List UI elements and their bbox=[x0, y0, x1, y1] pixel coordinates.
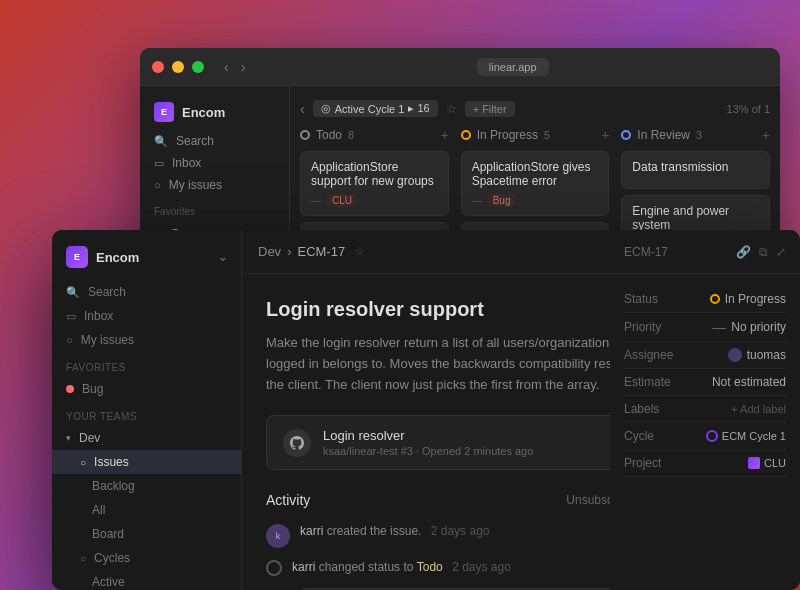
bg-favorites-section: Favorites bbox=[140, 196, 289, 221]
minimize-button[interactable] bbox=[172, 61, 184, 73]
bg-inreview-card-1-title: Data transmission bbox=[632, 160, 759, 174]
inbox-icon: ▭ bbox=[154, 157, 164, 170]
inreview-status-icon bbox=[621, 130, 631, 140]
fg-favorites-section: Favorites bbox=[52, 352, 241, 377]
copy-icon[interactable]: ⧉ bbox=[759, 245, 768, 259]
fg-activity-action-2: changed status to bbox=[319, 560, 417, 574]
fg-cycles-item[interactable]: ○ Cycles bbox=[52, 546, 241, 570]
add-todo-icon[interactable]: + bbox=[440, 127, 448, 143]
url-bar[interactable]: linear.app bbox=[477, 58, 549, 76]
fg-backlog-item[interactable]: Backlog bbox=[52, 474, 241, 498]
fg-assignee-label: Assignee bbox=[624, 348, 673, 362]
fg-github-info: Login resolver ksaa/linear-test #3 · Ope… bbox=[323, 428, 622, 457]
bg-todo-card-1[interactable]: ApplicationStore support for new groups … bbox=[300, 151, 449, 216]
add-inreview-icon[interactable]: + bbox=[762, 127, 770, 143]
fg-activity-time-1: 2 days ago bbox=[431, 524, 490, 538]
add-inprogress-icon[interactable]: + bbox=[601, 127, 609, 143]
bg-inprogress-card-1[interactable]: ApplicationStore gives Spacetime error —… bbox=[461, 151, 610, 216]
fg-assignee-text: tuomas bbox=[747, 348, 786, 362]
fg-myissues-item[interactable]: ○ My issues bbox=[52, 328, 241, 352]
bg-inprogress-card-1-footer: — Bug bbox=[472, 194, 599, 207]
fg-activity-avatar-1: k bbox=[266, 524, 290, 548]
fg-project-row: Project CLU bbox=[624, 450, 786, 477]
bg-cycle-badge[interactable]: ◎ Active Cycle 1 ▸ 16 bbox=[313, 100, 438, 117]
fg-activity-text-2: karri changed status to Todo 2 days ago bbox=[292, 560, 511, 574]
assignee-avatar bbox=[728, 348, 742, 362]
chevron-down-icon[interactable]: ⌄ bbox=[218, 251, 227, 264]
fg-detail-icons: 🔗 ⧉ ⤢ bbox=[736, 245, 786, 259]
breadcrumb-star-icon[interactable]: ☆ bbox=[355, 245, 365, 258]
foreground-window: E Encom ⌄ 🔍 Search ▭ Inbox ○ My issues F… bbox=[52, 230, 800, 590]
fg-estimate-text: Not estimated bbox=[712, 375, 786, 389]
back-button[interactable]: ‹ bbox=[220, 57, 233, 77]
bg-myissues-item[interactable]: ○ My issues bbox=[140, 174, 289, 196]
fg-status-change-icon bbox=[266, 560, 282, 576]
bg-filter-button[interactable]: + Filter bbox=[465, 101, 515, 117]
minus-icon: — bbox=[311, 195, 321, 206]
maximize-button[interactable] bbox=[192, 61, 204, 73]
fg-cycle-value[interactable]: ECM Cycle 1 bbox=[706, 430, 786, 442]
fg-cycle-text: ECM Cycle 1 bbox=[722, 430, 786, 442]
fg-all-item[interactable]: All bbox=[52, 498, 241, 522]
breadcrumb-separator-icon: › bbox=[287, 244, 291, 259]
fg-active-cycle-item[interactable]: Active bbox=[52, 570, 241, 590]
fg-detail-body: Status In Progress Priority — No priorit… bbox=[610, 274, 800, 489]
fg-labels-row: Labels + Add label bbox=[624, 396, 786, 423]
bg-todo-card-1-title: ApplicationStore support for new groups bbox=[311, 160, 438, 188]
bg-todo-card-1-footer: — CLU bbox=[311, 194, 438, 207]
fg-assignee-value[interactable]: tuomas bbox=[728, 348, 786, 362]
inprogress-status-icon bbox=[461, 130, 471, 140]
fg-project-label: Project bbox=[624, 456, 661, 470]
star-icon[interactable]: ☆ bbox=[446, 102, 457, 116]
bg-back-icon[interactable]: ‹ bbox=[300, 101, 305, 117]
bg-inbox-item[interactable]: ▭ Inbox bbox=[140, 152, 289, 174]
fg-inbox-item[interactable]: ▭ Inbox bbox=[52, 304, 241, 328]
todo-status-icon bbox=[300, 130, 310, 140]
fg-cycle-label: Cycle bbox=[624, 429, 654, 443]
fg-activity-user-2: karri bbox=[292, 560, 315, 574]
bg-search-label: Search bbox=[176, 134, 214, 148]
fg-backlog-label: Backlog bbox=[92, 479, 135, 493]
project-logo-icon bbox=[748, 457, 760, 469]
bg-inprogress-card-1-title: ApplicationStore gives Spacetime error bbox=[472, 160, 599, 188]
link-icon[interactable]: 🔗 bbox=[736, 245, 751, 259]
bg-search-item[interactable]: 🔍 Search bbox=[140, 130, 289, 152]
bg-cycle-count: ▸ 16 bbox=[408, 102, 429, 115]
fg-priority-value[interactable]: — No priority bbox=[712, 319, 786, 335]
fg-priority-row: Priority — No priority bbox=[624, 313, 786, 342]
bg-inreview-card-1[interactable]: Data transmission bbox=[621, 151, 770, 189]
titlebar-center: linear.app bbox=[257, 58, 768, 76]
fg-board-label: Board bbox=[92, 527, 124, 541]
bg-inprogress-label: In Progress bbox=[477, 128, 538, 142]
fg-bug-item[interactable]: Bug bbox=[52, 377, 241, 401]
bg-inprogress-count: 5 bbox=[544, 129, 550, 141]
bg-inreview-card-2-title: Engine and power system bbox=[632, 204, 759, 232]
close-button[interactable] bbox=[152, 61, 164, 73]
fg-activity-status-2: Todo bbox=[417, 560, 443, 574]
fg-detail-topbar: ECM-17 🔗 ⧉ ⤢ bbox=[610, 230, 800, 274]
cycles-icon: ○ bbox=[80, 553, 86, 564]
fg-status-text: In Progress bbox=[725, 292, 786, 306]
forward-button[interactable]: › bbox=[237, 57, 250, 77]
fg-issues-item[interactable]: ○ Issues bbox=[52, 450, 241, 474]
fg-board-item[interactable]: Board bbox=[52, 522, 241, 546]
bg-team-header: E Encom bbox=[140, 98, 289, 130]
fg-dev-team-item[interactable]: ▾ Dev bbox=[52, 426, 241, 450]
status-in-progress-icon bbox=[710, 294, 720, 304]
github-icon bbox=[283, 429, 311, 457]
fg-search-item[interactable]: 🔍 Search bbox=[52, 280, 241, 304]
fg-project-value[interactable]: CLU bbox=[748, 457, 786, 469]
fg-team-header: E Encom ⌄ bbox=[52, 242, 241, 280]
fg-breadcrumb-team[interactable]: Dev bbox=[258, 244, 281, 259]
fg-activity-action-1: created the issue. bbox=[327, 524, 422, 538]
chevron-down-small-icon: ▾ bbox=[66, 433, 71, 443]
minus-ip-icon: — bbox=[472, 195, 482, 206]
priority-no-icon: — bbox=[712, 319, 726, 335]
fg-estimate-row: Estimate Not estimated bbox=[624, 369, 786, 396]
bg-inprogress-card-1-tag: Bug bbox=[488, 194, 516, 207]
expand-icon[interactable]: ⤢ bbox=[776, 245, 786, 259]
fg-activity-time-2: 2 days ago bbox=[452, 560, 511, 574]
fg-estimate-value[interactable]: Not estimated bbox=[712, 375, 786, 389]
fg-labels-value[interactable]: + Add label bbox=[731, 403, 786, 415]
fg-status-value[interactable]: In Progress bbox=[710, 292, 786, 306]
